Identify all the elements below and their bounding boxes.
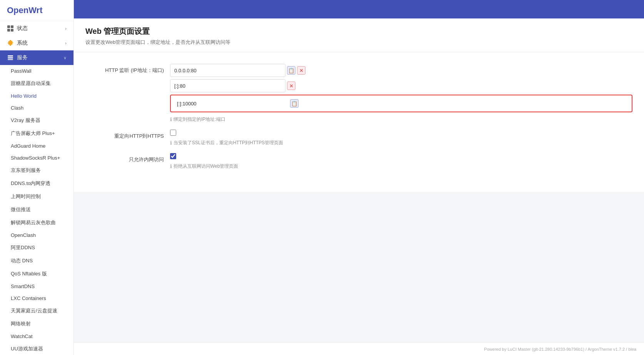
delete-icon-2[interactable]: ✕: [287, 82, 295, 90]
http-listen-label: HTTP 监听 (IP地址：端口): [85, 64, 170, 74]
sidebar-item-network-mirror[interactable]: 网络映射: [0, 317, 73, 330]
paste-icon-3[interactable]: 📋: [290, 99, 299, 108]
sidebar-item-shadowsocksr[interactable]: ShadowSocksR Plus+: [0, 152, 73, 164]
bind-hint: ℹ 绑定到指定的IP地址:端口: [170, 116, 632, 123]
sidebar-item-honeypot[interactable]: 甜糖星愿自动采集: [0, 77, 73, 90]
http-field3-input[interactable]: [173, 97, 289, 110]
http-field1-row: 📋 ✕: [170, 64, 632, 77]
sidebar-item-wechat-push[interactable]: 微信推送: [0, 203, 73, 216]
top-bar: [74, 0, 644, 18]
redirect-checkbox[interactable]: [170, 130, 176, 136]
sidebar-item-v2ray[interactable]: V2ray 服务器: [0, 114, 73, 127]
sidebar: OpenWrt 状态 › 系统 › 服务: [0, 0, 74, 355]
redirect-hint: ℹ 当安装了SSL证书后，重定向HTTP到HTTPS管理页面: [170, 140, 632, 146]
sidebar-item-uu[interactable]: UU游戏加速器: [0, 342, 73, 355]
sidebar-item-openclash[interactable]: OpenClash: [0, 229, 73, 241]
delete-icon-1[interactable]: ✕: [297, 66, 305, 75]
lan-only-checkbox[interactable]: [170, 153, 176, 159]
info-icon: ℹ: [170, 117, 172, 122]
form-section: HTTP 监听 (IP地址：端口) 📋 ✕ ✕: [74, 52, 644, 192]
sidebar-item-services[interactable]: 服务 ∨: [0, 50, 73, 65]
sidebar-item-ddns-to[interactable]: DDNS.to内网穿透: [0, 177, 73, 190]
chevron-right-icon: ›: [65, 26, 67, 31]
svg-rect-2: [8, 59, 13, 60]
chevron-down-icon: ∨: [63, 55, 67, 60]
http-field2-input[interactable]: [170, 79, 285, 92]
http-field2-row: ✕: [170, 79, 632, 92]
lan-only-label: 只允许内网访问: [85, 153, 170, 163]
sidebar-item-tianyi[interactable]: 天翼家庭云/云盘提速: [0, 304, 73, 317]
footer: Powered by LuCI Master (git-21.280.14233…: [74, 342, 644, 355]
main-content: Web 管理页面设置 设置更改Web管理页面端口，绑定地址，是否允许从互联网访问…: [74, 0, 644, 355]
gear-icon: [7, 40, 14, 47]
sidebar-item-netease-unlock[interactable]: 解锁网易云灰色歌曲: [0, 216, 73, 229]
svg-rect-0: [8, 55, 13, 57]
svg-rect-1: [8, 57, 13, 58]
sidebar-item-status[interactable]: 状态 ›: [0, 21, 73, 36]
sidebar-item-alidns[interactable]: 阿里DDNS: [0, 241, 73, 254]
sidebar-item-qos[interactable]: QoS Nftables 版: [0, 267, 73, 280]
redirect-label: 重定向HTTP到HTTPS: [85, 130, 170, 140]
app-logo: OpenWrt: [0, 0, 73, 21]
sidebar-item-system[interactable]: 系统 ›: [0, 36, 73, 50]
sidebar-item-clash[interactable]: Clash: [0, 102, 73, 114]
services-icon: [7, 54, 14, 61]
lan-only-row: 只允许内网访问 ℹ 拒绝从互联网访问Web管理页面: [85, 153, 632, 170]
redirect-controls: ℹ 当安装了SSL证书后，重定向HTTP到HTTPS管理页面: [170, 130, 632, 146]
content-area: Web 管理页面设置 设置更改Web管理页面端口，绑定地址，是否允许从互联网访问…: [74, 18, 644, 355]
sidebar-item-smartdns[interactable]: SmartDNS: [0, 280, 73, 292]
footer-text: Powered by LuCI Master (git-21.280.14233…: [484, 347, 636, 352]
page-title: Web 管理页面设置: [85, 26, 632, 37]
http-listen-row: HTTP 监听 (IP地址：端口) 📋 ✕ ✕: [85, 64, 632, 123]
lan-only-controls: ℹ 拒绝从互联网访问Web管理页面: [170, 153, 632, 170]
sidebar-item-helloworld[interactable]: Hello World: [0, 90, 73, 102]
redirect-row: 重定向HTTP到HTTPS ℹ 当安装了SSL证书后，重定向HTTP到HTTPS…: [85, 130, 632, 146]
info-icon-lan: ℹ: [170, 163, 172, 169]
sidebar-item-jd-signin[interactable]: 京东签到服务: [0, 164, 73, 177]
chevron-right-icon: ›: [65, 41, 67, 45]
sidebar-item-lxc[interactable]: LXC Containers: [0, 292, 73, 304]
info-icon-redirect: ℹ: [170, 140, 172, 146]
grid-icon: [7, 25, 14, 32]
http-field1-input[interactable]: [170, 64, 285, 77]
sidebar-item-timectrl[interactable]: 上网时间控制: [0, 190, 73, 203]
sidebar-item-adguard[interactable]: AdGuard Home: [0, 140, 73, 152]
http-field3-row: 📋: [170, 95, 632, 112]
paste-icon-1[interactable]: 📋: [287, 66, 295, 75]
sidebar-item-dynamic-dns[interactable]: 动态 DNS: [0, 254, 73, 267]
page-description: 设置更改Web管理页面端口，绑定地址，是否允许从互联网访问等: [85, 39, 632, 46]
lan-only-checkbox-row: [170, 153, 632, 159]
sidebar-item-passwall[interactable]: PassWall: [0, 65, 73, 77]
redirect-checkbox-row: [170, 130, 632, 136]
sidebar-item-adblock-plus[interactable]: 广告屏蔽大师 Plus+: [0, 127, 73, 140]
page-header: Web 管理页面设置 设置更改Web管理页面端口，绑定地址，是否允许从互联网访问…: [74, 18, 644, 52]
http-listen-controls: 📋 ✕ ✕ 📋 ℹ 绑定到指定的IP地址:端口: [170, 64, 632, 123]
sidebar-item-watchcat[interactable]: WatchCat: [0, 330, 73, 342]
lan-only-hint: ℹ 拒绝从互联网访问Web管理页面: [170, 163, 632, 170]
